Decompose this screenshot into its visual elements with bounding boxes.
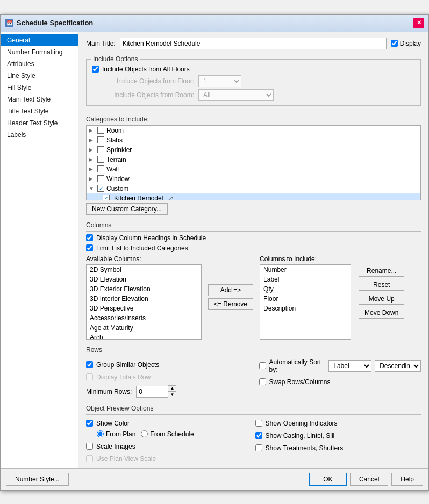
col-available-accessories[interactable]: Accessories/Inserts (87, 313, 201, 323)
categories-list[interactable]: ▶ Room ▶ Slabs ▶ Sprinkler (86, 125, 421, 200)
display-headings-label: Display Column Headings in Schedule (96, 234, 206, 242)
footer-left: Number Style... (6, 473, 69, 486)
footer-right: OK Cancel Help (309, 473, 423, 486)
add-column-button[interactable]: Add => (208, 284, 253, 296)
cancel-button[interactable]: Cancel (350, 473, 388, 486)
from-schedule-radio[interactable] (141, 430, 148, 437)
rows-title: Rows (86, 346, 421, 354)
rename-button[interactable]: Rename... (359, 265, 404, 277)
main-title-input[interactable] (120, 38, 387, 49)
cat-arrow-room: ▶ (89, 127, 95, 133)
cat-label-wall: Wall (106, 165, 119, 173)
col-available-3d-elevation[interactable]: 3D Elevation (87, 275, 201, 284)
display-checkbox[interactable] (391, 40, 398, 47)
from-plan-radio[interactable] (97, 430, 104, 437)
col-available-2d-symbol[interactable]: 2D Symbol (87, 265, 201, 275)
sort-order-select[interactable]: Descending Ascending (375, 360, 421, 372)
auto-sort-select[interactable]: Label Number Qty (328, 360, 371, 372)
available-columns-list[interactable]: 2D Symbol 3D Elevation 3D Exterior Eleva… (86, 264, 202, 340)
min-rows-row: Minimum Rows: ▲ ▼ (86, 385, 248, 398)
col-available-3d-interior[interactable]: 3D Interior Elevation (87, 294, 201, 304)
sidebar-item-main-text-style[interactable]: Main Text Style (1, 93, 78, 105)
app-icon: 📅 (5, 19, 13, 27)
show-casing-checkbox[interactable] (255, 432, 262, 439)
ok-button[interactable]: OK (309, 473, 347, 486)
include-floor-select[interactable]: 1 (198, 75, 241, 87)
sidebar-item-general[interactable]: General (1, 34, 78, 46)
scale-images-checkbox[interactable] (86, 443, 93, 450)
display-headings-row: Display Column Headings in Schedule (86, 234, 421, 242)
cat-item-terrain[interactable]: ▶ Terrain (87, 155, 420, 164)
show-color-row: Show Color (86, 420, 252, 427)
rows-divider (86, 356, 421, 356)
spinner-up-button[interactable]: ▲ (168, 386, 176, 392)
col-available-arch[interactable]: Arch (87, 333, 201, 340)
new-custom-category-button[interactable]: New Custom Category... (86, 203, 168, 215)
swap-rows-checkbox[interactable] (259, 378, 266, 385)
help-button[interactable]: Help (391, 473, 423, 486)
cat-item-room[interactable]: ▶ Room (87, 126, 420, 135)
cat-check-kitchen-remodel: ✓ (103, 195, 110, 200)
categories-section: Categories to Include: ▶ Room ▶ Slabs ▶ (86, 116, 421, 215)
auto-sort-row: Automatically Sort by: Label Number Qty … (259, 358, 421, 373)
cat-item-wall[interactable]: ▶ Wall (87, 164, 420, 174)
col-include-number[interactable]: Number (260, 265, 351, 275)
sidebar-item-line-style[interactable]: Line Style (1, 70, 78, 82)
columns-label: Columns (86, 221, 421, 229)
col-available-age-maturity[interactable]: Age at Maturity (87, 323, 201, 333)
number-style-button[interactable]: Number Style... (6, 473, 69, 486)
col-include-qty[interactable]: Qty (260, 284, 351, 294)
dialog-body: General Number Formatting Attributes Lin… (1, 32, 428, 468)
sidebar-item-labels[interactable]: Labels (1, 129, 78, 141)
cat-check-window (97, 175, 104, 182)
include-options-group: Include Options Include Objects from All… (86, 59, 421, 106)
show-casing-label: Show Casing, Lintel, Sill (266, 432, 335, 440)
limit-list-checkbox[interactable] (86, 244, 93, 251)
sidebar-item-attributes[interactable]: Attributes (1, 58, 78, 70)
col-include-label[interactable]: Label (260, 275, 351, 284)
min-rows-input[interactable] (136, 386, 168, 398)
preview-section: Object Preview Options Show Color From P… (86, 405, 421, 463)
display-headings-checkbox[interactable] (86, 234, 93, 241)
cat-item-slabs[interactable]: ▶ Slabs (87, 135, 420, 145)
cat-arrow-sprinkler: ▶ (89, 147, 95, 153)
include-all-floors-checkbox[interactable] (92, 66, 99, 73)
col-include-floor[interactable]: Floor (260, 294, 351, 304)
auto-sort-label: Automatically Sort by: (269, 358, 326, 373)
add-remove-buttons: Add => <= Remove (206, 255, 255, 340)
col-include-description[interactable]: Description (260, 304, 351, 313)
reset-button[interactable]: Reset (359, 279, 404, 291)
scale-images-row: Scale Images (86, 443, 252, 450)
remove-column-button[interactable]: <= Remove (208, 298, 253, 310)
sidebar-item-title-text-style[interactable]: Title Text Style (1, 105, 78, 117)
auto-sort-checkbox[interactable] (259, 362, 266, 369)
include-room-select[interactable]: All (198, 89, 274, 101)
use-plan-view-checkbox[interactable] (86, 455, 93, 462)
include-columns-list[interactable]: Number Label Qty Floor Description (260, 264, 351, 340)
display-label: Display (400, 40, 421, 47)
col-available-3d-perspective[interactable]: 3D Perspective (87, 304, 201, 313)
include-columns-label: Columns to Include: (260, 255, 351, 263)
sidebar-item-number-formatting[interactable]: Number Formatting (1, 46, 78, 58)
display-totals-checkbox[interactable] (86, 373, 93, 380)
sidebar-item-header-text-style[interactable]: Header Text Style (1, 117, 78, 129)
cat-item-window[interactable]: ▶ Window (87, 174, 420, 184)
include-room-row: Include Objects from Room: All (103, 89, 415, 101)
include-floor-row: Include Objects from Floor: 1 (103, 75, 415, 87)
sidebar-item-fill-style[interactable]: Fill Style (1, 82, 78, 93)
cat-item-sprinkler[interactable]: ▶ Sprinkler (87, 145, 420, 155)
show-color-checkbox[interactable] (86, 420, 93, 427)
show-treatments-checkbox[interactable] (255, 444, 262, 451)
spinner-down-button[interactable]: ▼ (168, 392, 176, 398)
main-title-row: Main Title: Display (86, 38, 421, 49)
group-similar-checkbox[interactable] (86, 361, 93, 368)
include-room-label: Include Objects from Room: (103, 91, 194, 99)
show-opening-checkbox[interactable] (255, 420, 262, 427)
col-available-3d-exterior[interactable]: 3D Exterior Elevation (87, 284, 201, 294)
cat-check-wall (97, 165, 104, 172)
cat-item-custom[interactable]: ▼ ✓ Custom (87, 184, 420, 193)
move-down-button[interactable]: Move Down (359, 307, 404, 319)
cat-item-kitchen-remodel[interactable]: ✓ Kitchen Remodel ↗ (87, 193, 420, 200)
move-up-button[interactable]: Move Up (359, 293, 404, 305)
close-button[interactable]: ✕ (413, 18, 424, 28)
